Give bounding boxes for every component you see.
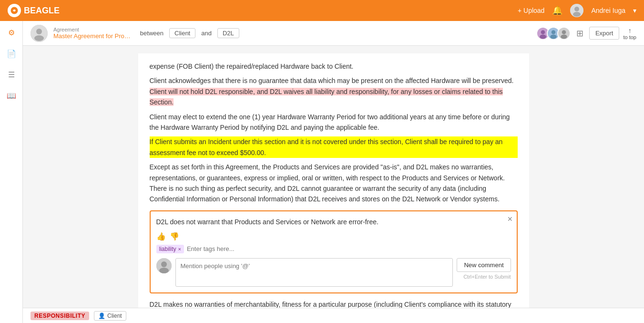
- logo-text: BEAGLE: [24, 6, 60, 16]
- reaction-row: 👍 👎: [156, 232, 511, 241]
- responsibility-tag: RESPONSIBILITY: [31, 312, 89, 320]
- doc-avatar: [31, 25, 48, 42]
- sub-header-right: ⊞ Export ↑ to top: [536, 26, 636, 41]
- tag-close-icon[interactable]: ×: [178, 246, 181, 252]
- avatar: [570, 4, 583, 17]
- sidebar: ⚙ 📄 ☰ 📖: [0, 21, 23, 323]
- svg-point-8: [541, 30, 545, 34]
- person-icon: 👤: [98, 313, 105, 319]
- tag-label: liability: [159, 246, 176, 252]
- avatar-group: [536, 27, 571, 40]
- svg-point-11: [552, 30, 556, 34]
- svg-point-15: [561, 34, 567, 39]
- navbar-left: BEAGLE: [8, 4, 60, 17]
- logo: BEAGLE: [8, 4, 60, 17]
- to-top-label: to top: [623, 34, 636, 40]
- shortcut-hint: Ctrl+Enter to Submit: [463, 274, 511, 280]
- commenter-avatar: [156, 258, 172, 273]
- client-tag: 👤 Client: [94, 311, 126, 321]
- tag-liability: liability ×: [156, 245, 184, 253]
- new-comment-button[interactable]: New comment: [457, 258, 511, 272]
- doc-label: Agreement: [53, 27, 131, 32]
- sidebar-item-list[interactable]: ☰: [6, 69, 17, 80]
- svg-point-17: [161, 261, 167, 267]
- main-content: expense (FOB Client) the repaired/replac…: [23, 46, 644, 323]
- svg-point-5: [36, 29, 42, 34]
- comment-input-row: New comment Ctrl+Enter to Submit: [156, 258, 511, 287]
- sidebar-item-book[interactable]: 📖: [6, 90, 17, 101]
- bottom-bar: RESPONSIBILITY 👤 Client: [23, 308, 644, 323]
- svg-point-3: [573, 12, 581, 17]
- collaborator-avatar-3: [557, 27, 571, 40]
- comment-textarea[interactable]: [175, 258, 453, 287]
- navbar: BEAGLE + Upload 🔔 Andrei Iuga ▾: [0, 0, 644, 21]
- svg-point-18: [159, 268, 169, 273]
- paragraph-2: Client acknowledges that there is no gua…: [150, 75, 518, 107]
- close-comment-icon[interactable]: ✕: [507, 215, 513, 223]
- paragraph-3: Client may elect to extend the one (1) y…: [150, 112, 518, 133]
- thumbs-down-button[interactable]: 👎: [170, 232, 179, 241]
- tags-row: liability ×: [156, 245, 511, 253]
- svg-point-2: [574, 7, 579, 11]
- user-name: Andrei Iuga: [591, 7, 625, 14]
- export-button[interactable]: Export: [589, 27, 620, 40]
- upload-button[interactable]: + Upload: [518, 7, 544, 14]
- highlight-pink-1: Client will not hold D2L responsible, an…: [150, 88, 503, 106]
- sidebar-item-settings[interactable]: ⚙: [6, 27, 17, 38]
- content-inner: expense (FOB Client) the repaired/replac…: [138, 53, 529, 323]
- client-label: Client: [107, 313, 122, 319]
- navbar-right: + Upload 🔔 Andrei Iuga ▾: [518, 4, 636, 17]
- grid-view-icon[interactable]: ⊞: [574, 26, 585, 41]
- comment-highlighted-text: D2L does not warrant that Products and S…: [156, 217, 511, 227]
- doc-info: Agreement Master Agreement for Pro…: [53, 27, 131, 40]
- to-top-arrow-icon: ↑: [628, 27, 632, 34]
- sidebar-item-document[interactable]: 📄: [6, 48, 17, 59]
- svg-point-6: [34, 35, 44, 41]
- comment-box: ✕ D2L does not warrant that Products and…: [150, 210, 518, 293]
- to-top-button[interactable]: ↑ to top: [623, 27, 636, 40]
- svg-point-12: [550, 34, 557, 39]
- paragraph-4: If Client submits an Incident under this…: [150, 136, 518, 158]
- thumbs-up-button[interactable]: 👍: [156, 232, 166, 241]
- party1-badge[interactable]: Client: [169, 28, 195, 38]
- tag-input[interactable]: [187, 245, 511, 252]
- doc-title[interactable]: Master Agreement for Pro…: [53, 32, 131, 40]
- comment-btn-col: New comment Ctrl+Enter to Submit: [457, 258, 511, 280]
- sub-header: Agreement Master Agreement for Pro… betw…: [23, 21, 644, 46]
- paragraph-1: expense (FOB Client) the repaired/replac…: [150, 61, 518, 72]
- logo-icon: [8, 4, 21, 17]
- party2-badge[interactable]: D2L: [217, 28, 239, 38]
- svg-point-9: [540, 34, 546, 39]
- between-label: between: [140, 30, 164, 37]
- dropdown-arrow-icon[interactable]: ▾: [633, 7, 636, 14]
- paragraph-5: Except as set forth in this Agreement, t…: [150, 162, 518, 205]
- bell-icon[interactable]: 🔔: [552, 5, 562, 16]
- and-label: and: [201, 30, 212, 37]
- svg-point-14: [562, 30, 566, 34]
